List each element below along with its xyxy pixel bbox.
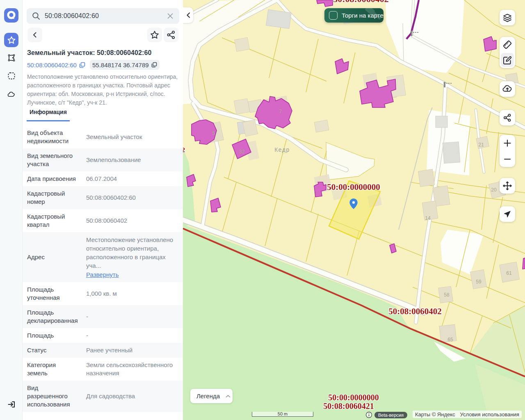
svg-text:7: 7 bbox=[279, 109, 282, 114]
svg-text:58: 58 bbox=[444, 292, 450, 298]
svg-text:50:08:0060402: 50:08:0060402 bbox=[333, 0, 389, 4]
svg-text:61: 61 bbox=[506, 270, 512, 276]
svg-text:50:08:0060421: 50:08:0060421 bbox=[323, 402, 374, 411]
svg-text:14: 14 bbox=[425, 215, 431, 221]
svg-text:50:00:0000000: 50:00:0000000 bbox=[327, 182, 380, 192]
svg-text:50:08:0060402: 50:08:0060402 bbox=[388, 306, 442, 316]
svg-text:32: 32 bbox=[239, 149, 245, 155]
svg-text:2: 2 bbox=[183, 146, 185, 154]
svg-text:65: 65 bbox=[447, 337, 453, 342]
svg-text:Кедр: Кедр bbox=[274, 146, 290, 153]
svg-text:50:00:0000000: 50:00:0000000 bbox=[328, 393, 379, 402]
svg-text:59: 59 bbox=[476, 279, 482, 285]
svg-text:20: 20 bbox=[491, 187, 497, 193]
svg-text:21: 21 bbox=[478, 142, 484, 148]
svg-text:5: 5 bbox=[212, 130, 215, 136]
